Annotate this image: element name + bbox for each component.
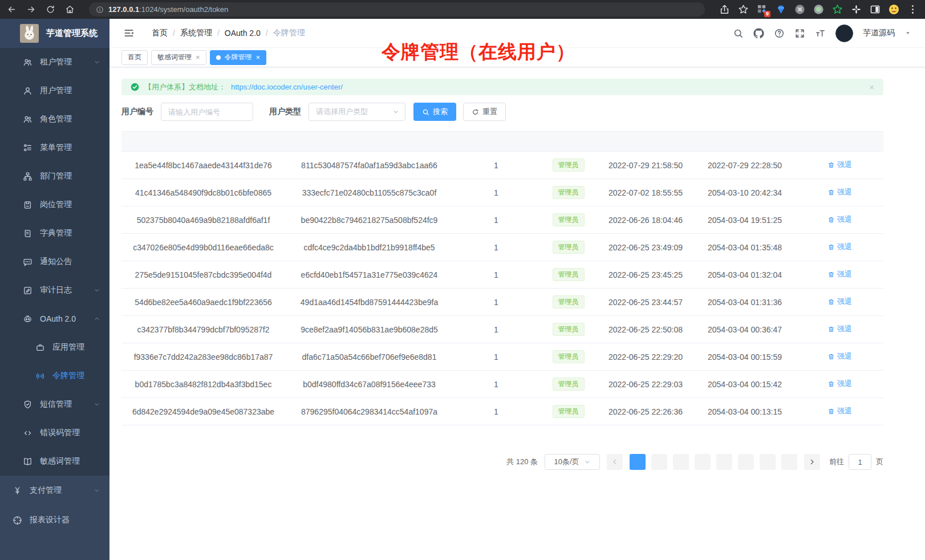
alert-close-icon[interactable]: × xyxy=(869,83,874,91)
side-panel-icon[interactable] xyxy=(870,4,881,15)
home-icon[interactable] xyxy=(65,5,75,14)
sidebar-item[interactable]: 令牌管理 xyxy=(0,362,109,390)
sidebar-fold-icon[interactable] xyxy=(123,27,135,39)
app-logo[interactable]: 芋道管理系统 xyxy=(0,19,109,48)
sidebar-item[interactable]: 短信管理 xyxy=(0,390,109,419)
page-number-button[interactable] xyxy=(760,454,776,470)
record-extension-icon[interactable] xyxy=(813,4,824,15)
user-menu-caret-icon[interactable] xyxy=(904,30,911,36)
breadcrumb-separator: / xyxy=(217,29,220,38)
breadcrumb-item[interactable]: 令牌管理 xyxy=(273,28,305,38)
browser-menu-icon[interactable] xyxy=(907,4,918,15)
doc-link[interactable]: https://doc.iocoder.cn/user-center/ xyxy=(231,83,343,91)
search-button[interactable]: 搜索 xyxy=(413,103,456,121)
search-icon[interactable] xyxy=(733,28,744,39)
forward-icon[interactable] xyxy=(26,5,36,14)
site-info-icon[interactable] xyxy=(96,6,104,14)
sidebar-item[interactable]: 报表设计器 xyxy=(0,505,109,535)
page-number-button[interactable] xyxy=(630,454,646,470)
action-cell: 强退 xyxy=(796,351,883,362)
page-number-button[interactable] xyxy=(738,454,754,470)
menu-item-icon xyxy=(23,115,33,124)
sidebar-item[interactable]: 用户管理 xyxy=(0,76,109,105)
bookmark-star-icon[interactable] xyxy=(738,4,749,15)
refresh-token-cell: 811c530487574fa0af1a59d3abc1aa66 xyxy=(285,161,453,170)
sidebar-item[interactable]: 敏感词管理 xyxy=(0,447,109,476)
profile-emoji-icon[interactable] xyxy=(889,4,899,15)
back-icon[interactable] xyxy=(7,5,17,14)
page-tab[interactable]: 首页 xyxy=(121,50,148,65)
star-extension-icon[interactable] xyxy=(832,4,843,15)
search-button-icon xyxy=(422,108,429,116)
user-avatar[interactable] xyxy=(835,25,853,42)
browser-toolbar: 127.0.0.1:1024/system/oauth2/token 9 ⌘ xyxy=(0,0,925,19)
sidebar-item[interactable]: 租户管理 xyxy=(0,48,109,76)
jump-page-input[interactable] xyxy=(849,454,871,470)
github-icon[interactable] xyxy=(753,28,764,39)
force-logout-button[interactable]: 强退 xyxy=(827,242,852,252)
address-bar[interactable]: 127.0.0.1:1024/system/oauth2/token xyxy=(89,2,705,17)
share-icon[interactable] xyxy=(719,4,730,15)
tab-close-icon[interactable]: × xyxy=(256,54,261,61)
created-at-cell: 2022-06-25 23:45:25 xyxy=(598,270,693,279)
expires-at-cell: 2054-03-04 00:13:15 xyxy=(693,407,796,416)
sidebar-item[interactable]: 支付管理 xyxy=(0,476,109,505)
sidebar-item[interactable]: 字典管理 xyxy=(0,219,109,247)
page-tab[interactable]: 令牌管理 × xyxy=(210,50,267,65)
reset-button[interactable]: 重置 xyxy=(463,103,506,121)
created-at-cell: 2022-06-25 23:49:09 xyxy=(598,243,693,252)
gem-extension-icon[interactable] xyxy=(776,4,786,15)
page-size-select[interactable]: 10条/页 xyxy=(545,454,600,470)
sidebar-item[interactable]: 岗位管理 xyxy=(0,190,109,219)
sidebar-item[interactable]: 菜单管理 xyxy=(0,133,109,162)
access-token-cell: 502375b8040a469a9b82188afdf6af1f xyxy=(121,216,285,225)
reload-icon[interactable] xyxy=(46,5,55,14)
page-number-button[interactable] xyxy=(651,454,667,470)
breadcrumb-item[interactable]: OAuth 2.0 xyxy=(225,29,261,38)
force-logout-button[interactable]: 强退 xyxy=(827,187,852,197)
help-icon[interactable] xyxy=(774,28,785,39)
menu-item-icon xyxy=(13,486,22,496)
sidebar-item[interactable]: 通知公告 xyxy=(0,247,109,276)
sidebar-item[interactable]: 角色管理 xyxy=(0,105,109,133)
force-logout-button[interactable]: 强退 xyxy=(827,379,852,389)
prev-page-button[interactable] xyxy=(607,454,623,470)
breadcrumb-item[interactable]: 首页 xyxy=(152,28,168,38)
user-name[interactable]: 芋道源码 xyxy=(863,28,895,38)
breadcrumb-item[interactable]: 系统管理 xyxy=(180,28,212,38)
pinwheel-extension-icon[interactable] xyxy=(851,4,862,15)
force-logout-button[interactable]: 强退 xyxy=(827,406,852,416)
sidebar-item[interactable]: 应用管理 xyxy=(0,333,109,362)
font-size-icon[interactable] xyxy=(815,28,826,39)
sidebar-item[interactable]: OAuth 2.0 xyxy=(0,305,109,333)
menu-item-icon xyxy=(23,257,33,267)
force-logout-button[interactable]: 强退 xyxy=(827,214,852,225)
action-cell: 强退 xyxy=(796,269,883,280)
force-logout-button[interactable]: 强退 xyxy=(827,351,852,362)
page-number-button[interactable] xyxy=(695,454,711,470)
menu-item-icon xyxy=(35,371,45,381)
command-extension-icon[interactable]: ⌘ xyxy=(794,4,805,15)
sidebar-item[interactable]: 审计日志 xyxy=(0,276,109,305)
extensions-icon[interactable]: 9 xyxy=(757,4,768,15)
user-id-input[interactable] xyxy=(161,103,253,121)
created-at-cell: 2022-06-25 22:29:03 xyxy=(598,380,693,389)
expires-at-cell: 2054-03-04 00:15:42 xyxy=(693,380,796,389)
menu-item-icon xyxy=(23,314,33,324)
page-tab[interactable]: 敏感词管理 × xyxy=(151,50,206,65)
next-page-button[interactable] xyxy=(804,454,820,470)
page-number-button[interactable] xyxy=(781,454,797,470)
force-logout-button[interactable]: 强退 xyxy=(827,269,852,279)
force-logout-button[interactable]: 强退 xyxy=(827,324,852,334)
created-at-cell: 2022-06-25 22:50:08 xyxy=(598,325,693,334)
page-number-button[interactable] xyxy=(716,454,732,470)
fullscreen-icon[interactable] xyxy=(794,28,805,39)
sidebar-item[interactable]: 部门管理 xyxy=(0,162,109,190)
tab-close-icon[interactable]: × xyxy=(196,54,200,61)
force-logout-button[interactable]: 强退 xyxy=(827,160,852,170)
force-logout-button[interactable]: 强退 xyxy=(827,297,852,307)
user-type-select[interactable]: 请选择用户类型 xyxy=(309,103,405,121)
jump-suffix: 页 xyxy=(876,457,883,467)
page-number-button[interactable] xyxy=(673,454,689,470)
sidebar-item[interactable]: 错误码管理 xyxy=(0,419,109,447)
